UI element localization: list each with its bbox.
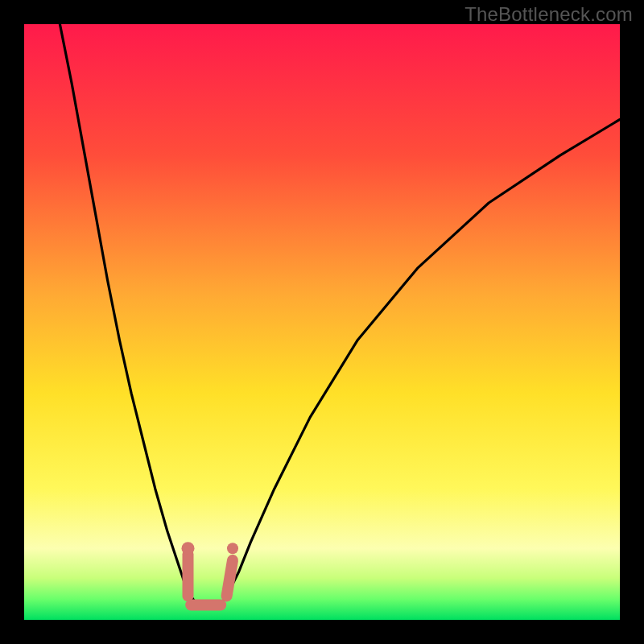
chart-background [24, 24, 620, 620]
marker-dot-valley-highlight [182, 542, 195, 555]
marker-valley-highlight [227, 560, 233, 596]
chart-plot-area [24, 24, 620, 620]
watermark-text: TheBottleneck.com [464, 3, 633, 26]
marker-dot-valley-highlight [227, 543, 238, 554]
app-frame: TheBottleneck.com [0, 0, 644, 644]
bottleneck-chart [24, 24, 620, 620]
